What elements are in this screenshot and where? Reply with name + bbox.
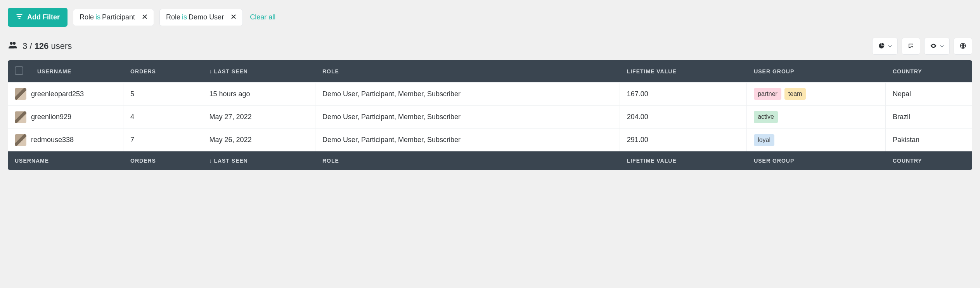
close-icon: [142, 14, 147, 21]
select-all-checkbox[interactable]: [15, 66, 23, 75]
cell-user-group: active: [747, 105, 886, 128]
svg-rect-1: [17, 16, 21, 17]
add-filter-button[interactable]: Add Filter: [8, 8, 68, 27]
filter-operator: is: [182, 13, 187, 21]
filter-field: Role: [80, 13, 94, 21]
count-noun: users: [51, 41, 72, 51]
col-orders-footer[interactable]: ORDERS: [123, 151, 202, 170]
cell-orders: 7: [123, 128, 202, 151]
col-orders[interactable]: ORDERS: [123, 60, 202, 82]
col-country[interactable]: COUNTRY: [886, 60, 972, 82]
chevron-down-icon: [888, 43, 892, 49]
filter-icon: [16, 12, 23, 22]
table-footer: USERNAME ORDERS ↓LAST SEEN ROLE LIFETIME…: [8, 151, 972, 170]
remove-filter-button[interactable]: [229, 13, 238, 22]
col-user-group[interactable]: USER GROUP: [747, 60, 886, 82]
col-last-seen[interactable]: ↓LAST SEEN: [202, 60, 315, 82]
svg-point-3: [10, 42, 13, 45]
globe-button[interactable]: [954, 38, 972, 55]
remove-filter-button[interactable]: [140, 13, 149, 22]
col-role-footer[interactable]: ROLE: [315, 151, 620, 170]
cell-orders: 4: [123, 105, 202, 128]
user-group-tag: team: [784, 88, 806, 100]
eye-icon: [930, 42, 937, 50]
svg-point-4: [13, 42, 16, 45]
cell-country: Brazil: [886, 105, 972, 128]
table-row[interactable]: greenlion9294May 27, 2022Demo User, Part…: [8, 105, 972, 128]
filter-chip[interactable]: Role is Demo User: [159, 9, 243, 26]
count-shown: 3: [23, 41, 27, 51]
export-button[interactable]: [902, 38, 920, 55]
col-country-footer[interactable]: COUNTRY: [886, 151, 972, 170]
col-user-group-footer[interactable]: USER GROUP: [747, 151, 886, 170]
col-username[interactable]: USERNAME: [30, 60, 123, 82]
cell-lifetime-value: 291.00: [620, 128, 747, 151]
svg-rect-0: [17, 14, 23, 15]
cell-user-group: partnerteam: [747, 82, 886, 105]
cell-role: Demo User, Participant, Member, Subscrib…: [315, 128, 620, 151]
username: redmouse338: [31, 136, 74, 144]
username: greenlion929: [31, 113, 71, 121]
export-icon: [907, 42, 914, 50]
cell-country: Nepal: [886, 82, 972, 105]
col-username-footer[interactable]: USERNAME: [8, 151, 123, 170]
user-avatar: [15, 111, 26, 123]
table-header: USERNAME ORDERS ↓LAST SEEN ROLE LIFETIME…: [8, 60, 972, 82]
result-count: 3 / 126 users: [8, 40, 72, 52]
user-group-tag: loyal: [754, 134, 774, 146]
username: greenleopard253: [31, 90, 84, 98]
users-table: USERNAME ORDERS ↓LAST SEEN ROLE LIFETIME…: [8, 60, 972, 170]
globe-icon: [959, 42, 966, 50]
col-lifetime-value[interactable]: LIFETIME VALUE: [620, 60, 747, 82]
clear-all-button[interactable]: Clear all: [248, 11, 277, 24]
cell-last-seen: May 27, 2022: [202, 105, 315, 128]
cell-country: Pakistan: [886, 128, 972, 151]
table-body: greenleopard253515 hours agoDemo User, P…: [8, 82, 972, 151]
user-avatar: [15, 134, 26, 146]
cell-orders: 5: [123, 82, 202, 105]
visibility-button[interactable]: [924, 38, 950, 55]
svg-rect-2: [19, 18, 21, 19]
filter-value: Demo User: [189, 13, 224, 21]
filter-chip[interactable]: Role is Participant: [73, 9, 154, 26]
filter-chips: Role is Participant Role is Demo User: [73, 9, 243, 26]
table-row[interactable]: greenleopard253515 hours agoDemo User, P…: [8, 82, 972, 105]
filter-field: Role: [166, 13, 180, 21]
count-sep: /: [29, 41, 32, 51]
chevron-down-icon: [940, 43, 944, 49]
user-group-tag: active: [754, 111, 778, 123]
user-avatar: [15, 88, 26, 100]
pie-chart-icon: [878, 42, 885, 50]
filter-value: Participant: [102, 13, 135, 21]
cell-last-seen: May 26, 2022: [202, 128, 315, 151]
cell-role: Demo User, Participant, Member, Subscrib…: [315, 105, 620, 128]
cell-role: Demo User, Participant, Member, Subscrib…: [315, 82, 620, 105]
users-icon: [8, 40, 18, 52]
action-buttons: [872, 38, 972, 55]
cell-user-group: loyal: [747, 128, 886, 151]
add-filter-label: Add Filter: [27, 13, 60, 21]
count-total: 126: [35, 41, 49, 51]
sort-desc-icon: ↓: [209, 68, 212, 75]
sort-desc-icon: ↓: [209, 158, 212, 164]
filter-operator: is: [95, 13, 100, 21]
cell-lifetime-value: 167.00: [620, 82, 747, 105]
col-lifetime-value-footer[interactable]: LIFETIME VALUE: [620, 151, 747, 170]
close-icon: [231, 14, 236, 21]
cell-lifetime-value: 204.00: [620, 105, 747, 128]
chart-view-button[interactable]: [872, 38, 898, 55]
summary-row: 3 / 126 users: [8, 38, 972, 55]
col-last-seen-footer[interactable]: ↓LAST SEEN: [202, 151, 315, 170]
table-row[interactable]: redmouse3387May 26, 2022Demo User, Parti…: [8, 128, 972, 151]
col-role[interactable]: ROLE: [315, 60, 620, 82]
cell-last-seen: 15 hours ago: [202, 82, 315, 105]
filter-toolbar: Add Filter Role is Participant Role is D…: [8, 8, 972, 27]
user-group-tag: partner: [754, 88, 781, 100]
